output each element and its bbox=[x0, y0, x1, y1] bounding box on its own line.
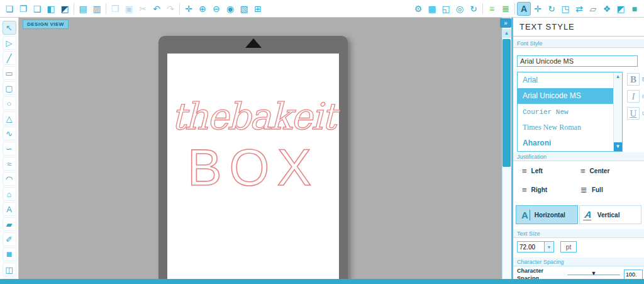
design-page-settings-icon[interactable]: ⚙ bbox=[411, 2, 425, 16]
knife-tool-icon[interactable]: ✐ bbox=[3, 232, 16, 246]
modify-icon[interactable]: ❖ bbox=[600, 2, 614, 16]
silhouette-studio-window: ❏❐❑◧◩▤▥❒▣✂↶↷✛⊕⊖◉▧⊞ ⚙▦◱◎↻≡≣A✛↻◳⇄▱❖◩■ ↖▷╱▭… bbox=[0, 0, 644, 284]
fill-style-icon[interactable]: ≣ bbox=[499, 2, 513, 16]
shear-icon[interactable]: ▱ bbox=[586, 2, 600, 16]
design-text-script[interactable]: thebakeit bbox=[167, 95, 339, 138]
pan-icon[interactable]: ✛ bbox=[182, 2, 196, 16]
text-size-section-header: Text Size bbox=[513, 229, 644, 238]
line-tool-icon[interactable]: ╱ bbox=[3, 51, 16, 65]
curve-tool-icon[interactable]: ∿ bbox=[3, 127, 16, 140]
font-item-courier-new[interactable]: Courier New bbox=[518, 104, 622, 120]
rotate-icon[interactable]: ↻ bbox=[545, 2, 558, 16]
italic-button[interactable]: I bbox=[627, 90, 640, 103]
copy-icon[interactable]: ❒ bbox=[108, 2, 122, 16]
freehand-tool-icon[interactable]: ∽ bbox=[3, 142, 16, 156]
font-style-input[interactable] bbox=[517, 55, 638, 67]
justify-lines-icon: ≣ bbox=[580, 185, 587, 195]
bold-button[interactable]: B bbox=[627, 73, 640, 86]
text-tool-icon[interactable]: A bbox=[3, 202, 16, 216]
rotate-view-icon[interactable]: ↻ bbox=[467, 2, 480, 16]
panel-expand-button[interactable]: » bbox=[500, 18, 511, 28]
font-list: Arial Arial Unicode MS Courier New Times… bbox=[517, 72, 623, 152]
orientation-a-icon: A bbox=[521, 210, 530, 220]
edit-points-tool-icon[interactable]: ▷ bbox=[3, 36, 16, 50]
transform-icon[interactable]: ✛ bbox=[531, 2, 545, 16]
font-item-times-new-roman[interactable]: Times New Roman bbox=[518, 120, 622, 135]
design-text-caps[interactable]: BOX bbox=[167, 138, 339, 197]
polygon-tool-icon[interactable]: △ bbox=[3, 111, 16, 125]
mirror-icon[interactable]: ⇄ bbox=[572, 2, 586, 16]
redo-icon[interactable]: ↷ bbox=[164, 2, 177, 16]
character-spacing-section-header: Character Spacing bbox=[513, 258, 644, 266]
scroll-up-button[interactable]: ▲ bbox=[502, 29, 511, 38]
justify-center-button[interactable]: ≡ Center bbox=[580, 164, 639, 178]
eraser-tool-icon[interactable]: ▰ bbox=[3, 217, 16, 231]
rounded-rectangle-tool-icon[interactable]: ▢ bbox=[3, 81, 16, 95]
bottom-bar bbox=[0, 279, 644, 284]
open-icon[interactable]: ❐ bbox=[16, 2, 30, 16]
zoom-in-icon[interactable]: ⊕ bbox=[196, 2, 209, 16]
zoom-selection-icon[interactable]: ◉ bbox=[223, 2, 237, 16]
font-style-section-header: Font Style bbox=[513, 39, 644, 48]
font-list-items: Arial Arial Unicode MS Courier New Times… bbox=[518, 72, 622, 151]
text-size-controls: ▼ pt bbox=[517, 241, 577, 253]
font-item-arial-unicode-ms[interactable]: Arial Unicode MS bbox=[518, 88, 622, 104]
fit-to-page-icon[interactable]: ⊞ bbox=[251, 2, 265, 16]
scale-icon[interactable]: ◳ bbox=[558, 2, 572, 16]
grid-settings-icon[interactable]: ▦ bbox=[425, 2, 439, 16]
undo-icon[interactable]: ↶ bbox=[150, 2, 164, 16]
smooth-freehand-tool-icon[interactable]: ≈ bbox=[3, 157, 16, 171]
drag-zoom-icon[interactable]: ▧ bbox=[237, 2, 251, 16]
horizontal-button[interactable]: A Horizontal bbox=[516, 205, 578, 224]
text-orientation-options: A Horizontal A Vertical bbox=[516, 205, 641, 224]
cut-icon[interactable]: ✂ bbox=[136, 2, 150, 16]
character-spacing-slider[interactable]: ▼ bbox=[567, 270, 620, 279]
justify-lines-icon: ≡ bbox=[522, 166, 527, 176]
rectangle-tool-icon[interactable]: ▭ bbox=[3, 66, 16, 80]
justify-right-button[interactable]: ≡ Right bbox=[522, 183, 580, 196]
font-list-scroll-up-icon[interactable]: ▲ bbox=[614, 72, 622, 81]
font-list-scroll-down-icon[interactable]: ▼ bbox=[614, 142, 622, 151]
design-canvas[interactable]: DESIGN VIEW thebakeit BOX bbox=[19, 18, 502, 279]
font-item-arial[interactable]: Arial bbox=[518, 72, 622, 88]
panel-title: TEXT STYLE bbox=[513, 18, 644, 37]
new-document-icon[interactable]: ❏ bbox=[3, 2, 16, 16]
paste-icon[interactable]: ▣ bbox=[122, 2, 136, 16]
select-tool-icon[interactable]: ↖ bbox=[3, 21, 16, 35]
save-icon[interactable]: ◧ bbox=[44, 2, 58, 16]
justify-left-button[interactable]: ≡ Left bbox=[522, 164, 580, 178]
pixscan-icon[interactable]: ■ bbox=[628, 2, 641, 16]
page-color-icon[interactable]: ■ bbox=[3, 247, 16, 261]
orientation-a-icon: A bbox=[583, 209, 595, 220]
scrollbar-thumb[interactable] bbox=[502, 39, 511, 167]
text-size-input[interactable] bbox=[517, 241, 545, 253]
trace-icon[interactable]: ◩ bbox=[614, 2, 628, 16]
save-to-library-icon[interactable]: ◩ bbox=[58, 2, 72, 16]
justify-lines-icon: ≡ bbox=[522, 185, 527, 195]
zoom-out-icon[interactable]: ⊖ bbox=[209, 2, 223, 16]
text-size-dropdown-icon[interactable]: ▼ bbox=[545, 241, 554, 253]
underline-button[interactable]: U bbox=[627, 107, 640, 120]
text-size-unit: pt bbox=[560, 241, 577, 253]
ellipse-tool-icon[interactable]: ○ bbox=[3, 96, 16, 110]
line-style-icon[interactable]: ≡ bbox=[485, 2, 499, 16]
registration-marks-icon[interactable]: ◱ bbox=[439, 2, 453, 16]
text-style-icon[interactable]: A bbox=[517, 2, 531, 16]
design-page[interactable]: thebakeit BOX bbox=[167, 54, 339, 279]
font-list-scrollbar[interactable]: ▲ ▼ bbox=[613, 72, 622, 151]
page-zoom-icon[interactable]: ◎ bbox=[453, 2, 467, 16]
left-toolbar: ↖▷╱▭▢○△∿∽≈◠⌂A▰✐ ■◫◍ bbox=[0, 18, 19, 279]
print-icon[interactable]: ▤ bbox=[76, 2, 90, 16]
vertical-button[interactable]: A Vertical bbox=[579, 205, 641, 224]
library-icon[interactable]: ◫ bbox=[3, 263, 16, 276]
justify-full-button[interactable]: ≣ Full bbox=[580, 183, 639, 196]
text-style-panel: TEXT STYLE Font Style Arial Arial Unicod… bbox=[511, 18, 644, 279]
send-to-silhouette-icon[interactable]: ▥ bbox=[90, 2, 104, 16]
arc-tool-icon[interactable]: ◠ bbox=[3, 172, 16, 186]
font-item-aharoni[interactable]: Aharoni bbox=[518, 135, 622, 151]
regular-polygon-tool-icon[interactable]: ⌂ bbox=[3, 187, 16, 201]
merge-icon[interactable]: ❑ bbox=[30, 2, 44, 16]
slider-thumb-icon[interactable]: ▼ bbox=[591, 270, 597, 276]
character-spacing-label: Character Spacing bbox=[517, 267, 567, 279]
character-spacing-value-input[interactable] bbox=[624, 270, 643, 279]
